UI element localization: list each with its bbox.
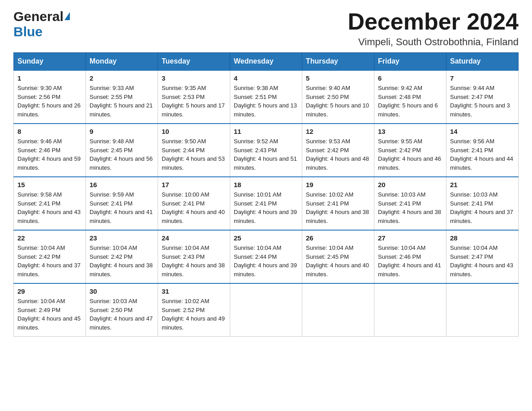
day-info: Sunrise: 10:01 AMSunset: 2:41 PMDaylight… [234,191,297,224]
day-info: Sunrise: 10:04 AMSunset: 2:47 PMDaylight… [450,244,513,278]
day-cell: 16 Sunrise: 9:59 AMSunset: 2:41 PMDaylig… [86,177,158,230]
day-number: 1 [17,74,82,82]
day-number: 21 [450,181,515,188]
day-cell: 10 Sunrise: 9:50 AMSunset: 2:44 PMDaylig… [158,124,230,177]
day-number: 19 [306,181,370,188]
day-cell: 27 Sunrise: 10:04 AMSunset: 2:46 PMDayli… [374,230,446,283]
day-cell: 22 Sunrise: 10:04 AMSunset: 2:42 PMDayli… [14,230,86,283]
week-row-5: 29 Sunrise: 10:04 AMSunset: 2:49 PMDayli… [14,283,519,337]
month-title: December 2024 [348,9,519,34]
day-number: 27 [378,234,442,242]
day-cell: 29 Sunrise: 10:04 AMSunset: 2:49 PMDayli… [14,283,86,337]
day-cell: 20 Sunrise: 10:03 AMSunset: 2:41 PMDayli… [374,177,446,230]
day-number: 22 [17,234,82,242]
day-number: 11 [234,128,298,135]
day-number: 7 [450,74,515,82]
logo-bottom: Blue [13,24,43,39]
header-monday: Monday [86,53,158,71]
header-saturday: Saturday [446,53,519,71]
day-number: 9 [90,128,154,135]
day-info: Sunrise: 10:04 AMSunset: 2:42 PMDaylight… [90,244,153,278]
logo-general-text: General [13,9,64,24]
day-info: Sunrise: 9:53 AMSunset: 2:42 PMDaylight:… [306,138,369,171]
day-info: Sunrise: 9:46 AMSunset: 2:46 PMDaylight:… [17,138,81,171]
day-number: 6 [378,74,442,82]
day-cell: 12 Sunrise: 9:53 AMSunset: 2:42 PMDaylig… [302,124,374,177]
day-number: 29 [17,287,82,295]
day-number: 3 [162,74,226,82]
day-cell: 25 Sunrise: 10:04 AMSunset: 2:44 PMDayli… [230,230,302,283]
week-row-4: 22 Sunrise: 10:04 AMSunset: 2:42 PMDayli… [14,230,519,283]
day-cell: 5 Sunrise: 9:40 AMSunset: 2:50 PMDayligh… [302,70,374,124]
day-header-row: SundayMondayTuesdayWednesdayThursdayFrid… [14,53,519,71]
header-wednesday: Wednesday [230,53,302,71]
title-section: December 2024 Vimpeli, South Ostrobothni… [348,9,519,48]
header-tuesday: Tuesday [158,53,230,71]
day-cell [446,283,519,337]
day-cell: 9 Sunrise: 9:48 AMSunset: 2:45 PMDayligh… [86,124,158,177]
day-cell: 14 Sunrise: 9:56 AMSunset: 2:41 PMDaylig… [446,124,519,177]
day-info: Sunrise: 9:33 AMSunset: 2:55 PMDaylight:… [90,85,153,118]
day-cell: 23 Sunrise: 10:04 AMSunset: 2:42 PMDayli… [86,230,158,283]
day-number: 8 [17,128,82,135]
day-info: Sunrise: 9:59 AMSunset: 2:41 PMDaylight:… [90,191,153,224]
day-number: 13 [378,128,442,135]
day-info: Sunrise: 9:30 AMSunset: 2:56 PMDaylight:… [17,85,81,118]
day-number: 14 [450,128,515,135]
day-cell [230,283,302,337]
day-number: 23 [90,234,154,242]
day-cell: 3 Sunrise: 9:35 AMSunset: 2:53 PMDayligh… [158,70,230,124]
day-info: Sunrise: 10:02 AMSunset: 2:41 PMDaylight… [306,191,369,224]
day-info: Sunrise: 9:44 AMSunset: 2:47 PMDaylight:… [450,85,510,118]
day-info: Sunrise: 10:03 AMSunset: 2:50 PMDaylight… [90,298,153,331]
day-info: Sunrise: 9:38 AMSunset: 2:51 PMDaylight:… [234,85,297,118]
day-number: 25 [234,234,298,242]
day-info: Sunrise: 10:02 AMSunset: 2:52 PMDaylight… [162,298,225,331]
day-info: Sunrise: 9:48 AMSunset: 2:45 PMDaylight:… [90,138,153,171]
day-info: Sunrise: 10:04 AMSunset: 2:43 PMDaylight… [162,244,225,278]
calendar-body: 1 Sunrise: 9:30 AMSunset: 2:56 PMDayligh… [14,70,519,337]
calendar-table: SundayMondayTuesdayWednesdayThursdayFrid… [13,52,519,337]
day-number: 2 [90,74,154,82]
day-number: 31 [162,287,226,295]
day-info: Sunrise: 10:04 AMSunset: 2:44 PMDaylight… [234,244,297,278]
day-info: Sunrise: 9:50 AMSunset: 2:44 PMDaylight:… [162,138,225,171]
day-cell: 24 Sunrise: 10:04 AMSunset: 2:43 PMDayli… [158,230,230,283]
day-number: 18 [234,181,298,188]
day-cell: 6 Sunrise: 9:42 AMSunset: 2:48 PMDayligh… [374,70,446,124]
day-cell: 2 Sunrise: 9:33 AMSunset: 2:55 PMDayligh… [86,70,158,124]
week-row-1: 1 Sunrise: 9:30 AMSunset: 2:56 PMDayligh… [14,70,519,124]
header-thursday: Thursday [302,53,374,71]
day-info: Sunrise: 9:42 AMSunset: 2:48 PMDaylight:… [378,85,438,118]
day-number: 12 [306,128,370,135]
day-cell: 19 Sunrise: 10:02 AMSunset: 2:41 PMDayli… [302,177,374,230]
day-info: Sunrise: 9:52 AMSunset: 2:43 PMDaylight:… [234,138,297,171]
day-cell: 4 Sunrise: 9:38 AMSunset: 2:51 PMDayligh… [230,70,302,124]
day-info: Sunrise: 10:03 AMSunset: 2:41 PMDaylight… [450,191,513,224]
day-number: 26 [306,234,370,242]
logo: General Blue [13,9,70,39]
day-number: 16 [90,181,154,188]
day-info: Sunrise: 9:56 AMSunset: 2:41 PMDaylight:… [450,138,513,171]
day-cell: 30 Sunrise: 10:03 AMSunset: 2:50 PMDayli… [86,283,158,337]
day-cell [302,283,374,337]
day-number: 15 [17,181,82,188]
day-info: Sunrise: 10:03 AMSunset: 2:41 PMDaylight… [378,191,441,224]
header-friday: Friday [374,53,446,71]
day-cell: 26 Sunrise: 10:04 AMSunset: 2:45 PMDayli… [302,230,374,283]
day-info: Sunrise: 9:35 AMSunset: 2:53 PMDaylight:… [162,85,225,118]
day-cell: 17 Sunrise: 10:00 AMSunset: 2:41 PMDayli… [158,177,230,230]
day-cell [374,283,446,337]
header-sunday: Sunday [14,53,86,71]
day-number: 17 [162,181,226,188]
day-cell: 18 Sunrise: 10:01 AMSunset: 2:41 PMDayli… [230,177,302,230]
day-cell: 15 Sunrise: 9:58 AMSunset: 2:41 PMDaylig… [14,177,86,230]
day-number: 24 [162,234,226,242]
day-number: 28 [450,234,515,242]
day-number: 5 [306,74,370,82]
day-cell: 31 Sunrise: 10:02 AMSunset: 2:52 PMDayli… [158,283,230,337]
day-info: Sunrise: 10:00 AMSunset: 2:41 PMDaylight… [162,191,225,224]
day-cell: 7 Sunrise: 9:44 AMSunset: 2:47 PMDayligh… [446,70,519,124]
day-info: Sunrise: 9:58 AMSunset: 2:41 PMDaylight:… [17,191,81,224]
day-cell: 1 Sunrise: 9:30 AMSunset: 2:56 PMDayligh… [14,70,86,124]
